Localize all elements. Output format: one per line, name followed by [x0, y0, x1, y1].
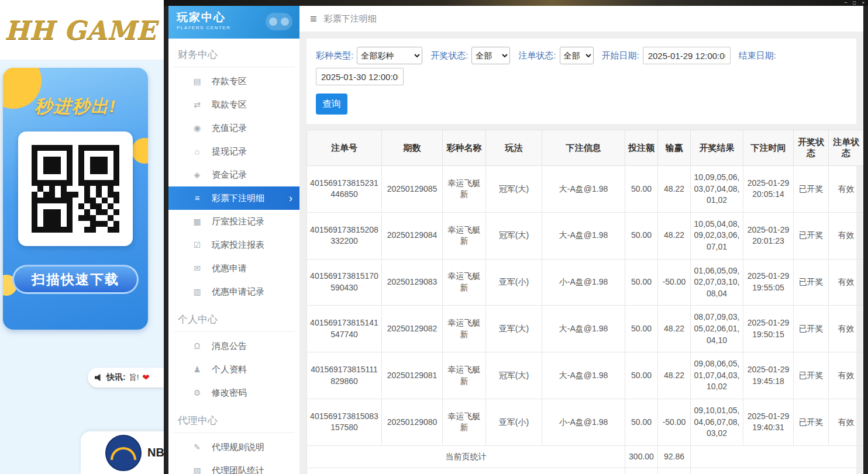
sidebar-item-label: 玩家投注报表 [212, 240, 264, 251]
bet-table-head-row: 注单号期数彩种名称玩法下注信息投注额输赢开奖结果下注时间开奖状态注单状态 [307, 130, 864, 166]
sidebar-item-hall-bet-records[interactable]: ▦厅室投注记录 [168, 210, 299, 233]
sidebar-item-label: 修改密码 [212, 387, 247, 399]
table-cell: 已开奖 [794, 259, 829, 306]
sidebar-item-funds-records[interactable]: ◈资金记录 [168, 163, 299, 186]
hamburger-icon[interactable] [310, 13, 317, 25]
table-row: 40156917381520833220020250129084幸运飞艇新冠军(… [307, 212, 864, 259]
agent-rules-icon: ✎ [192, 442, 202, 452]
table-cell: 有效 [829, 212, 864, 259]
sidebar-item-agent-team-stats[interactable]: ▧代理团队统计 [168, 459, 299, 474]
table-cell: -50.00 [658, 399, 691, 445]
speaker-icon [95, 373, 103, 382]
column-header: 下注时间 [743, 130, 794, 166]
window-body: 玩家中心 PLAYERS CENTER 财务中心▤存款专区⇄取款专区◉充值记录⌂… [168, 6, 863, 474]
summary-label: 当前页统计 [307, 445, 625, 468]
sidebar-item-promo-apply-records[interactable]: ▥优惠申请记录 [168, 280, 299, 303]
table-cell: 08,07,09,03,05,02,06,01,04,10 [691, 306, 743, 352]
table-row: 40156917381523144685020250129085幸运飞艇新冠军(… [307, 166, 864, 213]
sidebar-item-recharge-records[interactable]: ◉充值记录 [168, 116, 299, 140]
start-date-label: 开始日期: [602, 50, 639, 61]
table-cell: 有效 [829, 352, 864, 399]
column-header: 注单号 [307, 130, 382, 166]
table-cell: 幸运飞艇新 [443, 352, 486, 399]
table-cell: 已开奖 [794, 352, 829, 399]
sidebar-item-player-bet-report[interactable]: ☑玩家投注报表 [168, 233, 299, 257]
lottery-type-select[interactable]: 全部彩种 [357, 47, 422, 64]
sidebar-item-label: 优惠申请记录 [212, 286, 264, 297]
table-cell: 小-A盘@1.98 [542, 399, 625, 445]
query-button[interactable]: 查询 [316, 94, 347, 115]
withdraw-icon: ⇄ [192, 100, 202, 109]
summary-winloss-total: 92.86 [658, 445, 691, 468]
site-logo-text: HH GAME [5, 15, 156, 45]
minimize-icon[interactable] [845, 1, 848, 5]
qr-panel [18, 132, 133, 246]
table-cell: 亚军(小) [486, 399, 542, 445]
column-header: 期数 [382, 130, 443, 166]
summary-row: 总统计300.0092.86 [307, 468, 864, 474]
bet-detail-icon: ≡ [192, 193, 202, 203]
table-cell: 大-A盘@1.98 [542, 352, 625, 399]
sidebar-item-deposit-zone[interactable]: ▤存款专区 [168, 70, 299, 93]
menu-section-heading: 财务中心 [173, 42, 295, 67]
main-content: 彩票下注明细 彩种类型: 全部彩种 开奖状态: 全部 注单状态: [299, 6, 863, 474]
news-ticker: 快讯: 旨! ❤ [88, 368, 164, 387]
draw-status-select[interactable]: 全部 [471, 47, 510, 64]
column-header: 投注额 [625, 130, 658, 166]
table-cell: 有效 [829, 306, 864, 352]
sidebar-item-cashout-records[interactable]: ⌂提现记录 [168, 140, 299, 163]
summary-label: 总统计 [307, 468, 625, 474]
sidebar-item-label: 彩票下注明细 [212, 193, 264, 204]
sidebar-item-announcements[interactable]: Ω消息公告 [168, 334, 299, 358]
sidebar-item-agent-rules[interactable]: ✎代理规则说明 [168, 435, 299, 459]
sidebar-item-profile[interactable]: ♟个人资料 [168, 358, 299, 381]
table-cell: 401569173815083157580 [307, 399, 382, 445]
sidebar-header: 玩家中心 PLAYERS CENTER [168, 6, 299, 39]
column-header: 下注信息 [542, 130, 625, 166]
end-date-input[interactable] [316, 68, 404, 85]
nba-widget: NB [81, 431, 164, 474]
bet-status-select[interactable]: 全部 [560, 47, 594, 64]
recharge-icon: ◉ [192, 123, 202, 133]
download-button[interactable]: 扫描快速下载 [12, 265, 139, 294]
table-cell: 20250129081 [382, 352, 443, 399]
filter-row: 彩种类型: 全部彩种 开奖状态: 全部 注单状态: 全部 开始日期: [316, 47, 847, 85]
table-cell: 冠军(大) [486, 212, 542, 259]
table-cell: 已开奖 [794, 212, 829, 259]
sidebar-item-withdraw-zone[interactable]: ⇄取款专区 [168, 93, 299, 116]
deposit-icon: ▤ [192, 77, 202, 86]
table-cell: 401569173815170590430 [307, 259, 382, 306]
summary-bet-total: 300.00 [625, 445, 658, 468]
sidebar-item-change-password[interactable]: ⚙修改密码 [168, 381, 299, 404]
table-cell: 已开奖 [794, 306, 829, 352]
sidebar-item-promo-apply[interactable]: ✉优惠申请 [168, 257, 299, 280]
summary-winloss-total: 92.86 [658, 468, 691, 474]
table-cell: 有效 [829, 259, 864, 306]
nba-widget-text: NB [147, 446, 164, 459]
table-cell: 50.00 [625, 306, 658, 352]
table-row: 40156917381514154774020250129082幸运飞艇新亚军(… [307, 306, 864, 352]
table-cell: 01,06,05,09,02,07,03,10,08,04 [691, 259, 743, 306]
page-title: 彩票下注明细 [324, 13, 377, 25]
summary-spacer [691, 445, 864, 468]
sidebar-item-lottery-bet-details[interactable]: ≡彩票下注明细› [168, 186, 299, 210]
ticker-text: 旨! [129, 372, 139, 383]
bet-table: 注单号期数彩种名称玩法下注信息投注额输赢开奖结果下注时间开奖状态注单状态 401… [306, 130, 863, 474]
table-cell: 已开奖 [794, 166, 829, 213]
table-cell: 有效 [829, 399, 864, 445]
table-cell: 20250129085 [382, 166, 443, 213]
sidebar: 玩家中心 PLAYERS CENTER 财务中心▤存款专区⇄取款专区◉充值记录⌂… [168, 6, 299, 474]
start-date-input[interactable] [643, 47, 731, 64]
table-cell: 幸运飞艇新 [443, 259, 486, 306]
summary-bet-total: 300.00 [625, 468, 658, 474]
sidebar-item-label: 存款专区 [212, 76, 247, 87]
gamepad-icon [266, 13, 292, 30]
table-cell: 50.00 [625, 399, 658, 445]
sidebar-menu: 财务中心▤存款专区⇄取款专区◉充值记录⌂提现记录◈资金记录≡彩票下注明细›▦厅室… [168, 42, 299, 474]
maximize-icon[interactable] [853, 1, 856, 5]
column-header: 输赢 [658, 130, 691, 166]
table-cell: 48.22 [658, 212, 691, 259]
sidebar-item-label: 厅室投注记录 [212, 216, 264, 227]
column-header: 开奖状态 [794, 130, 829, 166]
close-icon[interactable] [862, 1, 864, 5]
